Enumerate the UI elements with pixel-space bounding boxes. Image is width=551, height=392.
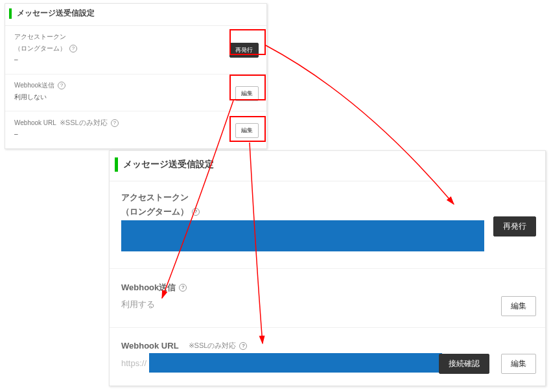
edit-button[interactable]: 編集	[235, 86, 259, 101]
help-icon[interactable]: ?	[111, 119, 119, 127]
help-icon[interactable]: ?	[69, 45, 77, 52]
section-title: メッセージ送受信設定	[123, 159, 214, 170]
token-label-sub: （ロングターム） ?	[14, 44, 257, 53]
help-icon[interactable]: ?	[179, 284, 187, 292]
row-webhook-send: Webhook送信 ? 利用しない 編集	[5, 75, 266, 111]
edit-button[interactable]: 編集	[501, 354, 536, 374]
edit-button[interactable]: 編集	[501, 296, 536, 316]
url-prefix: https://	[121, 353, 149, 373]
settings-panel-before: メッセージ送受信設定 アクセストークン （ロングターム） ? – 再発行 Web…	[5, 3, 267, 149]
token-label-sub: （ロングターム） ?	[121, 206, 533, 218]
section-header: メッセージ送受信設定	[110, 151, 545, 181]
webhook-send-value: 利用する	[121, 299, 533, 310]
accent-bar	[115, 157, 118, 172]
token-label: アクセストークン	[121, 192, 533, 203]
verify-connection-button[interactable]: 接続確認	[439, 354, 489, 374]
row-webhook-url: Webhook URL ※SSLのみ対応 ? https:// 接続確認 編集	[110, 328, 545, 386]
webhook-send-label: Webhook送信 ?	[121, 282, 533, 294]
webhook-url-value: –	[14, 130, 257, 139]
webhook-send-value: 利用しない	[14, 93, 257, 102]
webhook-send-label: Webhook送信 ?	[14, 81, 257, 90]
webhook-url-label: Webhook URL ※SSLのみ対応 ?	[14, 118, 257, 128]
token-value-redacted	[121, 220, 484, 251]
accent-bar	[9, 8, 12, 19]
webhook-url-label: Webhook URL ※SSLのみ対応 ?	[121, 341, 533, 351]
reissue-button[interactable]: 再発行	[229, 43, 259, 58]
section-header: メッセージ送受信設定	[5, 4, 266, 26]
row-access-token: アクセストークン （ロングターム） ? 再発行	[110, 181, 545, 269]
edit-button[interactable]: 編集	[235, 123, 259, 138]
webhook-url-value-redacted: https://	[121, 353, 442, 373]
help-icon[interactable]: ?	[239, 342, 247, 350]
help-icon[interactable]: ?	[192, 208, 200, 216]
token-label: アクセストークン	[14, 32, 257, 41]
section-title: メッセージ送受信設定	[17, 8, 95, 19]
row-webhook-send: Webhook送信 ? 利用する 編集	[110, 269, 545, 328]
help-icon[interactable]: ?	[58, 82, 65, 89]
token-value: –	[14, 56, 257, 65]
settings-panel-after: メッセージ送受信設定 アクセストークン （ロングターム） ? 再発行 Webho…	[109, 150, 546, 386]
reissue-button[interactable]: 再発行	[493, 216, 536, 236]
row-access-token: アクセストークン （ロングターム） ? – 再発行	[5, 26, 266, 75]
row-webhook-url: Webhook URL ※SSLのみ対応 ? – 編集	[5, 111, 266, 148]
